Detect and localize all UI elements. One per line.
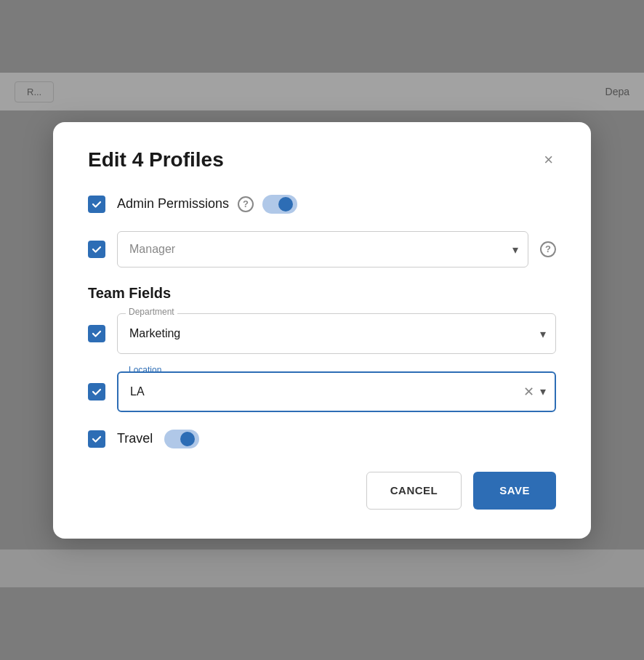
team-fields-title: Team Fields [88, 285, 556, 302]
manager-select[interactable]: Manager [117, 231, 528, 267]
modal-footer: CANCEL SAVE [88, 472, 556, 510]
manager-select-wrap: Manager ▾ [117, 231, 528, 267]
modal-dialog: Edit 4 Profiles × Admin Permissions ? [53, 122, 591, 539]
manager-checkbox[interactable] [88, 241, 105, 258]
travel-row: Travel [88, 430, 556, 448]
travel-checkbox[interactable] [88, 430, 105, 448]
admin-toggle-knob [278, 197, 293, 212]
admin-row-inner: Admin Permissions ? [117, 195, 556, 214]
department-checkbox[interactable] [88, 325, 105, 342]
admin-toggle[interactable] [262, 195, 297, 214]
travel-toggle[interactable] [164, 430, 199, 448]
location-field: Location LA ✕ ▾ [117, 371, 556, 412]
location-actions: ✕ ▾ [523, 384, 546, 400]
department-row: Department Marketing ▾ [88, 313, 556, 354]
checkmark-icon [92, 199, 102, 209]
location-checkbox[interactable] [88, 383, 105, 401]
modal-title: Edit 4 Profiles [88, 148, 224, 172]
checkmark-icon [92, 329, 102, 339]
team-fields-section: Team Fields Department Marketing ▾ [88, 285, 556, 412]
manager-help-icon[interactable]: ? [540, 241, 556, 257]
location-input[interactable]: LA ✕ ▾ [117, 371, 556, 412]
location-clear-icon[interactable]: ✕ [523, 384, 534, 400]
location-dropdown-arrow-icon[interactable]: ▾ [540, 385, 546, 398]
cancel-button[interactable]: CANCEL [366, 472, 462, 510]
modal-overlay: Edit 4 Profiles × Admin Permissions ? [0, 0, 644, 660]
admin-checkbox[interactable] [88, 196, 105, 213]
location-value: LA [130, 385, 523, 398]
manager-row: Manager ▾ ? [88, 231, 556, 267]
checkmark-icon [92, 387, 102, 397]
admin-help-icon[interactable]: ? [238, 196, 254, 212]
checkmark-icon [92, 434, 102, 444]
department-select[interactable]: Marketing [117, 313, 556, 354]
location-row: Location LA ✕ ▾ [88, 371, 556, 412]
close-button[interactable]: × [541, 149, 556, 171]
checkmark-icon [92, 244, 102, 254]
travel-label: Travel [117, 431, 153, 446]
travel-toggle-knob [180, 432, 195, 446]
modal-header: Edit 4 Profiles × [88, 148, 556, 172]
admin-label: Admin Permissions [117, 196, 229, 212]
save-button[interactable]: SAVE [473, 472, 556, 510]
department-field: Department Marketing ▾ [117, 313, 556, 354]
admin-permissions-row: Admin Permissions ? [88, 195, 556, 214]
